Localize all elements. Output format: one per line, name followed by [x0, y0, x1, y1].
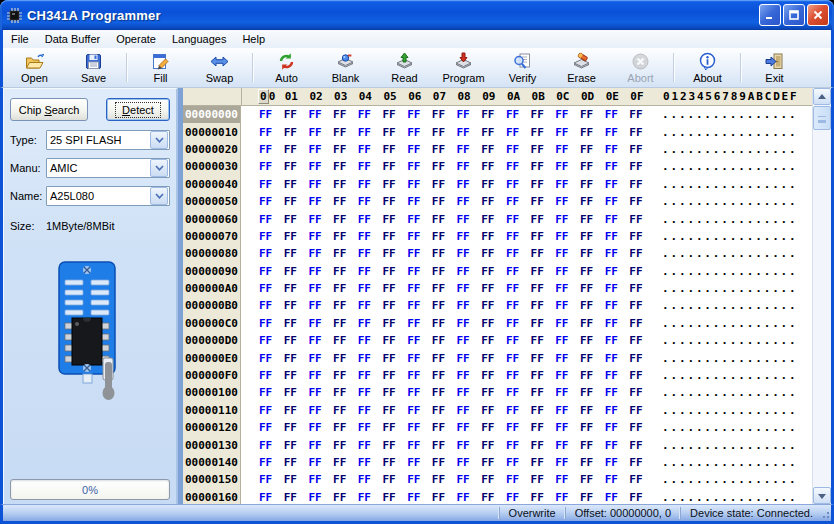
- byte-cell[interactable]: FF: [531, 369, 556, 382]
- byte-cell[interactable]: FF: [382, 439, 407, 452]
- byte-cell[interactable]: FF: [506, 352, 531, 365]
- type-combobox[interactable]: 25 SPI FLASH: [46, 130, 170, 150]
- byte-cell[interactable]: FF: [407, 195, 432, 208]
- byte-cell[interactable]: FF: [358, 143, 383, 156]
- byte-cell[interactable]: FF: [555, 386, 580, 399]
- byte-cell[interactable]: FF: [333, 352, 358, 365]
- chevron-down-icon[interactable]: [150, 159, 168, 177]
- menu-item-operate[interactable]: Operate: [108, 31, 164, 48]
- byte-cell[interactable]: FF: [284, 386, 309, 399]
- byte-cell[interactable]: FF: [605, 299, 630, 312]
- byte-cell[interactable]: FF: [358, 195, 383, 208]
- byte-cell[interactable]: FF: [333, 213, 358, 226]
- byte-cell[interactable]: FF: [259, 456, 284, 469]
- byte-cell[interactable]: FF: [358, 369, 383, 382]
- byte-cell[interactable]: FF: [629, 473, 654, 486]
- byte-cell[interactable]: FF: [382, 369, 407, 382]
- byte-cell[interactable]: FF: [407, 317, 432, 330]
- byte-cell[interactable]: FF: [580, 178, 605, 191]
- ascii-cell[interactable]: ................: [662, 456, 798, 469]
- byte-cell[interactable]: FF: [580, 439, 605, 452]
- byte-cell[interactable]: FF: [555, 108, 580, 121]
- byte-cell[interactable]: FF: [382, 404, 407, 417]
- byte-cell[interactable]: FF: [432, 230, 457, 243]
- byte-cell[interactable]: FF: [555, 299, 580, 312]
- byte-cell[interactable]: FF: [531, 421, 556, 434]
- ascii-cell[interactable]: ................: [662, 439, 798, 452]
- byte-cell[interactable]: FF: [333, 369, 358, 382]
- byte-cell[interactable]: FF: [481, 352, 506, 365]
- byte-cell[interactable]: FF: [629, 317, 654, 330]
- byte-cell[interactable]: FF: [284, 108, 309, 121]
- byte-cell[interactable]: FF: [555, 334, 580, 347]
- byte-cell[interactable]: FF: [629, 421, 654, 434]
- open-button[interactable]: Open: [5, 48, 64, 87]
- byte-cell[interactable]: FF: [407, 386, 432, 399]
- byte-cell[interactable]: FF: [284, 126, 309, 139]
- byte-cell[interactable]: FF: [481, 282, 506, 295]
- byte-cell[interactable]: FF: [605, 404, 630, 417]
- byte-cell[interactable]: FF: [555, 369, 580, 382]
- byte-cell[interactable]: FF: [382, 126, 407, 139]
- byte-cell[interactable]: FF: [382, 473, 407, 486]
- byte-cell[interactable]: FF: [481, 386, 506, 399]
- byte-cell[interactable]: FF: [308, 160, 333, 173]
- byte-cell[interactable]: FF: [333, 386, 358, 399]
- byte-cell[interactable]: FF: [457, 439, 482, 452]
- byte-cell[interactable]: FF: [457, 108, 482, 121]
- byte-cell[interactable]: FF: [605, 282, 630, 295]
- byte-cell[interactable]: FF: [358, 126, 383, 139]
- byte-cell[interactable]: FF: [407, 439, 432, 452]
- byte-cell[interactable]: FF: [481, 160, 506, 173]
- byte-cell[interactable]: FF: [382, 178, 407, 191]
- byte-cell[interactable]: FF: [629, 247, 654, 260]
- ascii-cell[interactable]: ................: [662, 213, 798, 226]
- byte-cell[interactable]: FF: [629, 386, 654, 399]
- byte-cell[interactable]: FF: [333, 421, 358, 434]
- byte-cell[interactable]: FF: [580, 473, 605, 486]
- scroll-down-button[interactable]: [813, 487, 831, 504]
- swap-button[interactable]: Swap: [190, 48, 249, 87]
- byte-cell[interactable]: FF: [259, 334, 284, 347]
- byte-cell[interactable]: FF: [629, 439, 654, 452]
- ascii-cell[interactable]: ................: [662, 230, 798, 243]
- byte-cell[interactable]: FF: [308, 421, 333, 434]
- byte-cell[interactable]: FF: [457, 473, 482, 486]
- byte-cell[interactable]: FF: [382, 213, 407, 226]
- byte-cell[interactable]: FF: [259, 299, 284, 312]
- byte-cell[interactable]: FF: [580, 195, 605, 208]
- byte-cell[interactable]: FF: [506, 282, 531, 295]
- byte-cell[interactable]: FF: [506, 491, 531, 504]
- byte-cell[interactable]: FF: [284, 473, 309, 486]
- byte-cell[interactable]: FF: [457, 178, 482, 191]
- byte-cell[interactable]: FF: [259, 195, 284, 208]
- byte-cell[interactable]: FF: [531, 317, 556, 330]
- byte-cell[interactable]: FF: [358, 404, 383, 417]
- byte-cell[interactable]: FF: [382, 195, 407, 208]
- byte-cell[interactable]: FF: [432, 213, 457, 226]
- byte-cell[interactable]: FF: [308, 473, 333, 486]
- byte-cell[interactable]: FF: [382, 421, 407, 434]
- resize-grip[interactable]: [822, 507, 830, 519]
- byte-cell[interactable]: FF: [629, 282, 654, 295]
- ascii-cell[interactable]: ................: [662, 160, 798, 173]
- byte-cell[interactable]: FF: [629, 195, 654, 208]
- minimize-button[interactable]: [759, 4, 781, 26]
- byte-cell[interactable]: FF: [259, 230, 284, 243]
- byte-cell[interactable]: FF: [333, 160, 358, 173]
- byte-cell[interactable]: FF: [358, 473, 383, 486]
- byte-cell[interactable]: FF: [284, 143, 309, 156]
- byte-cell[interactable]: FF: [605, 126, 630, 139]
- byte-cell[interactable]: FF: [284, 230, 309, 243]
- byte-cell[interactable]: FF: [555, 421, 580, 434]
- ascii-cell[interactable]: ................: [662, 404, 798, 417]
- byte-cell[interactable]: FF: [308, 126, 333, 139]
- byte-cell[interactable]: FF: [308, 213, 333, 226]
- byte-cell[interactable]: FF: [259, 491, 284, 504]
- byte-cell[interactable]: FF: [531, 386, 556, 399]
- byte-cell[interactable]: FF: [333, 178, 358, 191]
- byte-cell[interactable]: FF: [432, 404, 457, 417]
- byte-cell[interactable]: FF: [358, 491, 383, 504]
- byte-cell[interactable]: FF: [531, 491, 556, 504]
- byte-cell[interactable]: FF: [481, 491, 506, 504]
